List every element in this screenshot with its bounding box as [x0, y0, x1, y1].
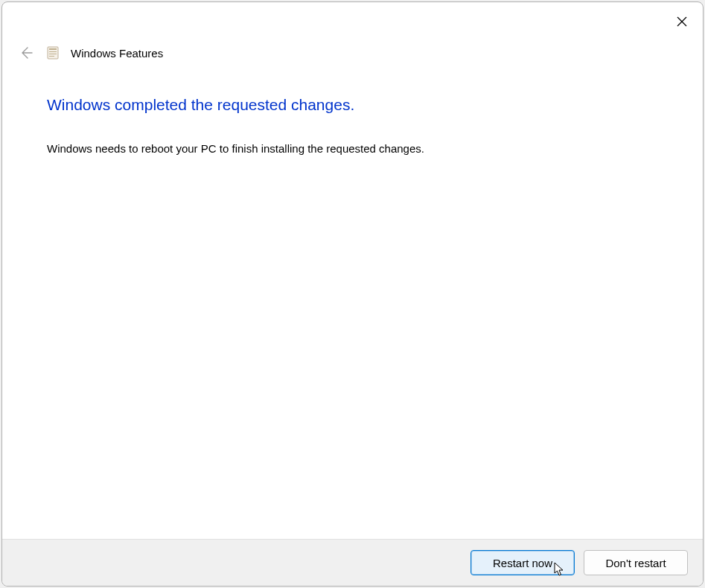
close-icon [677, 16, 687, 27]
dialog-footer: Restart now Don't restart [2, 539, 703, 586]
svg-rect-5 [49, 54, 57, 54]
windows-features-dialog: Windows Features Windows completed the r… [1, 1, 704, 587]
content-body: Windows needs to reboot your PC to finis… [47, 141, 658, 156]
svg-rect-4 [49, 51, 57, 52]
back-arrow-icon [19, 45, 34, 60]
restart-now-button[interactable]: Restart now [470, 550, 575, 575]
close-button[interactable] [670, 10, 694, 33]
svg-rect-3 [49, 48, 57, 50]
back-button[interactable] [17, 44, 35, 62]
dont-restart-button[interactable]: Don't restart [584, 550, 688, 575]
svg-rect-6 [49, 56, 54, 57]
windows-features-icon [45, 45, 60, 60]
dialog-title: Windows Features [71, 47, 163, 60]
dialog-header: Windows Features [2, 2, 703, 62]
dialog-content: Windows completed the requested changes.… [2, 62, 703, 539]
content-heading: Windows completed the requested changes. [47, 96, 658, 114]
